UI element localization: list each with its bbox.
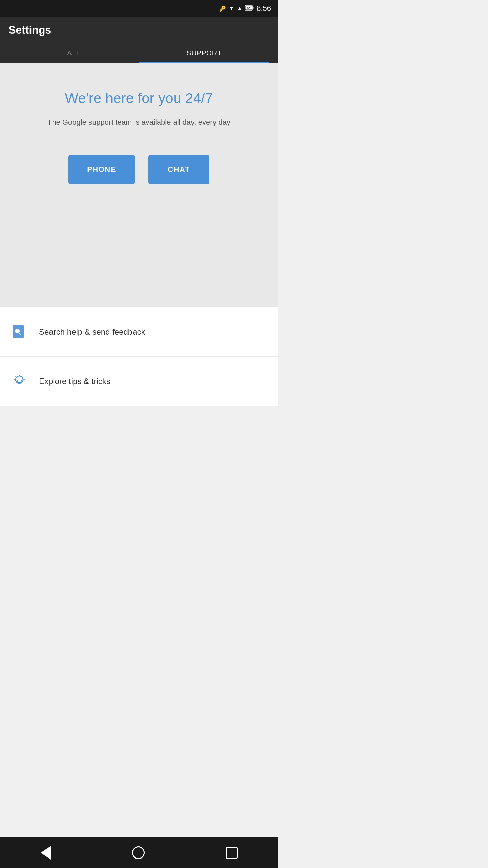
key-icon: 🔑 <box>219 5 226 12</box>
search-help-item[interactable]: Search help & send feedback <box>0 307 278 357</box>
lightbulb-icon <box>10 372 29 391</box>
tab-all[interactable]: ALL <box>8 43 139 63</box>
hero-title: We're here for you 24/7 <box>65 90 213 106</box>
status-time: 8:56 <box>257 4 271 13</box>
action-buttons: PHONE CHAT <box>68 155 209 184</box>
status-bar: 🔑 ▼ ▲ 96 8:56 <box>0 0 278 17</box>
wifi-icon: ▼ <box>229 5 234 12</box>
signal-icon: ▲ <box>237 5 242 12</box>
status-icons: 🔑 ▼ ▲ 96 8:56 <box>219 4 271 13</box>
explore-tips-item[interactable]: Explore tips & tricks <box>0 357 278 406</box>
svg-rect-1 <box>253 7 254 9</box>
tab-bar: ALL SUPPORT <box>8 43 269 63</box>
tab-support[interactable]: SUPPORT <box>139 43 269 63</box>
bottom-section: Search help & send feedback Explore tips… <box>0 307 278 406</box>
main-content: We're here for you 24/7 The Google suppo… <box>0 63 278 307</box>
battery-icon: 96 <box>245 5 254 12</box>
svg-text:96: 96 <box>247 7 250 10</box>
chat-button[interactable]: CHAT <box>148 155 209 184</box>
explore-tips-label: Explore tips & tricks <box>39 377 110 386</box>
app-header: Settings ALL SUPPORT <box>0 17 278 63</box>
phone-button[interactable]: PHONE <box>68 155 135 184</box>
search-help-label: Search help & send feedback <box>39 327 145 337</box>
svg-line-13 <box>22 377 23 377</box>
search-help-icon <box>10 322 29 341</box>
page-title: Settings <box>8 24 269 43</box>
hero-subtitle: The Google support team is available all… <box>47 117 230 128</box>
svg-line-12 <box>16 377 16 377</box>
